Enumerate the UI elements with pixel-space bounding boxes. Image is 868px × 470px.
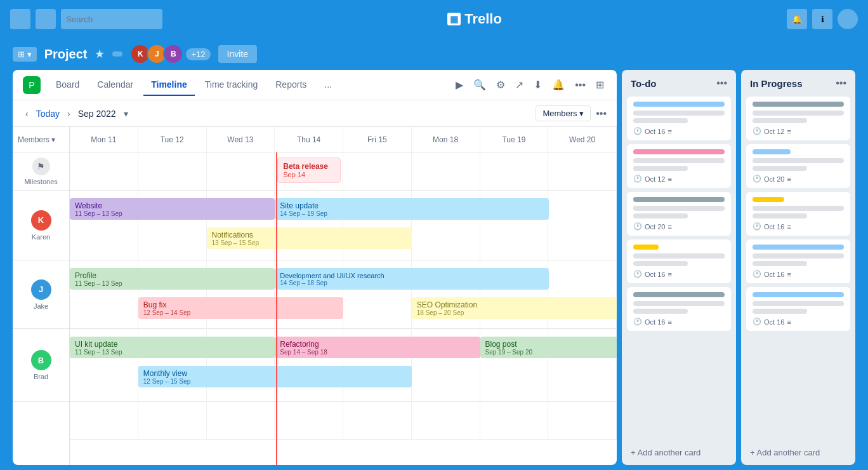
bar-subtitle: 11 Sep – 13 Sep [75,349,270,356]
bar-title: SEO Optimization [417,300,612,309]
next-btn[interactable]: › [65,107,73,120]
trello-title: Trello [464,11,502,27]
card-date-2: Oct 12 [645,175,665,183]
timeline-row-jake: Profile 11 Sep – 13 Sep Development and … [70,260,617,329]
bar-profile[interactable]: Profile 11 Sep – 13 Sep [70,268,275,290]
search-input[interactable] [61,9,162,29]
avatar-3: B [163,44,183,64]
desc-icon: ≡ [667,223,671,231]
tab-more[interactable]: ... [317,74,339,96]
top-bar-left [10,9,162,29]
card-date-ip1: Oct 12 [764,128,784,135]
grid-cell [343,152,412,191]
card-date-1: Oct 16 [645,128,665,135]
trello-logo-icon: ▦ [447,13,461,25]
todo-card-5[interactable]: 🕐 Oct 16 ≡ [627,287,731,331]
card-text-ip3a [753,206,844,211]
inprogress-card-2[interactable]: 🕐 Oct 20 ≡ [746,144,850,188]
card-text-2b [633,166,688,171]
beta-release-card[interactable]: Beta release Sep 14 [277,158,341,183]
search-icon-btn[interactable]: 🔍 [471,76,489,93]
notification-button[interactable]: 🔔 [787,9,807,29]
tab-reports[interactable]: Reports [268,74,314,96]
play-icon-btn[interactable]: ▶ [453,76,466,93]
todo-card-2[interactable]: 🕐 Oct 12 ≡ [627,144,731,188]
prev-btn[interactable]: ‹ [23,107,31,120]
card-text-5a [633,301,725,306]
share-icon-btn[interactable]: ↗ [513,76,526,93]
bar-subtitle: 11 Sep – 13 Sep [75,210,270,217]
timeline-row-brad: UI kit update 11 Sep – 13 Sep Refactorin… [70,329,617,402]
card-text-3b [633,213,688,218]
inprogress-card-1[interactable]: 🕐 Oct 12 ≡ [746,97,850,140]
home-button[interactable] [36,9,56,29]
member-row-karen: K Karen [13,191,69,260]
inprogress-card-3[interactable]: 🕐 Oct 16 ≡ [746,192,850,236]
bar-dev-uiux[interactable]: Development and UI/UX research 14 Sep – … [275,268,549,290]
tab-calendar[interactable]: Calendar [89,74,141,96]
tab-actions: ▶ 🔍 ⚙ ↗ ⬇ 🔔 ••• ⊞ [453,76,607,93]
grid-cell [138,402,207,440]
clock-icon: 🕐 [753,270,761,278]
invite-button[interactable]: Invite [218,45,257,63]
card-text-4b [633,261,688,266]
desc-icon: ≡ [787,128,791,135]
bar-notifications[interactable]: Notifications 13 Sep – 15 Sep [207,227,412,249]
menu-button[interactable] [10,9,30,29]
today-btn[interactable]: Today [36,109,60,119]
bar-monthly[interactable]: Monthly view 12 Sep – 15 Sep [138,366,412,387]
day-wed13: Wed 13 [207,127,275,152]
toolbar-more-btn[interactable]: ••• [596,108,607,119]
info-button[interactable]: ℹ [812,9,832,29]
layout-icon-btn[interactable]: ⊞ [593,76,607,93]
sub-bar: ⊞ ▾ Project ★ K J B +12 Invite [0,38,868,70]
board-view-button[interactable]: ⊞ ▾ [13,47,37,62]
todo-card-3[interactable]: 🕐 Oct 20 ≡ [627,192,731,236]
user-avatar-button[interactable] [838,9,858,29]
bar-bugfix[interactable]: Bug fix 12 Sep – 14 Sep [138,297,343,319]
bar-blogpost[interactable]: Blog post Sep 19 – Sep 20 [480,337,617,358]
tab-timeline[interactable]: Timeline [143,74,195,96]
todo-card-1[interactable]: 🕐 Oct 16 ≡ [627,97,731,140]
grid-cell [548,152,617,191]
milestone-icon: ⚑ [32,158,50,175]
day-fri15: Fri 15 [343,127,412,152]
member-name-brad: Brad [34,373,48,380]
bar-refactoring[interactable]: Refactoring Sep 14 – Sep 18 [275,337,480,358]
bar-website[interactable]: Website 11 Sep – 13 Sep [70,198,275,220]
bell-icon-btn[interactable]: 🔔 [549,76,567,93]
clock-icon: 🕐 [633,270,642,278]
inprogress-more-btn[interactable]: ••• [836,77,846,89]
grid-cell [548,191,617,260]
avatar-group: K J B +12 [130,44,210,64]
members-col-header[interactable]: Members ▾ [13,127,69,152]
tab-time-tracking[interactable]: Time tracking [197,74,266,96]
dots-icon-btn[interactable]: ••• [572,77,588,93]
inprogress-card-5[interactable]: 🕐 Oct 16 ≡ [746,287,850,331]
bar-seo[interactable]: SEO Optimization 18 Sep – 20 Sep [412,297,617,319]
card-meta-ip3: 🕐 Oct 16 ≡ [753,222,844,231]
clock-icon: 🕐 [753,127,761,135]
bar-subtitle: 13 Sep – 15 Sep [212,239,407,246]
bar-uikit[interactable]: UI kit update 11 Sep – 13 Sep [70,337,275,358]
card-text-ip5b [753,309,807,314]
inprogress-card-4[interactable]: 🕐 Oct 16 ≡ [746,239,850,283]
inprogress-add-card-btn[interactable]: + Add another card [741,443,855,462]
bar-subtitle: Sep 19 – Sep 20 [485,349,613,356]
bar-title: Notifications [212,231,407,239]
bar-site-update[interactable]: Site update 14 Sep – 19 Sep [275,198,549,220]
member-name-karen: Karen [32,233,50,241]
todo-card-4[interactable]: 🕐 Oct 16 ≡ [627,239,731,283]
filter-icon-btn[interactable]: ⚙ [494,76,508,93]
date-dropdown-btn[interactable]: ▾ [121,107,131,120]
tab-board[interactable]: Board [48,74,87,96]
todo-add-card-btn[interactable]: + Add another card [622,443,736,462]
star-button[interactable]: ★ [95,47,105,61]
bar-title: Bug fix [143,300,338,309]
workspace-button[interactable] [112,51,122,57]
download-icon-btn[interactable]: ⬇ [531,76,544,93]
top-bar-right: 🔔 ℹ [787,9,858,29]
members-filter-btn[interactable]: Members ▾ [536,105,591,121]
card-bar-ip4 [753,245,844,250]
todo-more-btn[interactable]: ••• [716,77,727,89]
